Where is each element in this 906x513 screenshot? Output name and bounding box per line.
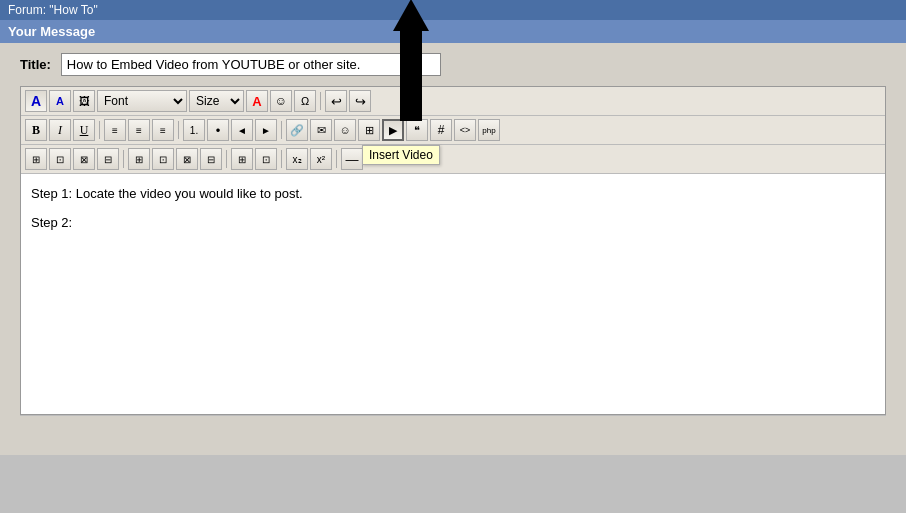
forum-bar: Forum: "How To": [0, 0, 906, 20]
align-center-btn[interactable]: ≡: [128, 119, 150, 141]
insert-face-btn[interactable]: ☺: [334, 119, 356, 141]
main-container: Title: A A 🖼 Font Arial Times New Roman …: [0, 43, 906, 455]
row3-btn4[interactable]: ⊟: [97, 148, 119, 170]
row3-btn6[interactable]: ⊡: [152, 148, 174, 170]
insert-table-btn[interactable]: ⊞: [358, 119, 380, 141]
bottom-bar: [20, 415, 886, 435]
insert-code-btn[interactable]: <>: [454, 119, 476, 141]
ordered-list-btn[interactable]: 1.: [183, 119, 205, 141]
format-a1-btn[interactable]: A: [25, 90, 47, 112]
insert-php-btn[interactable]: php: [478, 119, 500, 141]
sep3: [178, 121, 179, 139]
editor-container: A A 🖼 Font Arial Times New Roman Courier…: [20, 86, 886, 415]
redo-btn[interactable]: ↪: [349, 90, 371, 112]
sep4: [281, 121, 282, 139]
row3-btn8[interactable]: ⊟: [200, 148, 222, 170]
insert-quote-btn[interactable]: ❝: [406, 119, 428, 141]
row3-btn10[interactable]: ⊡: [255, 148, 277, 170]
indent-btn[interactable]: ►: [255, 119, 277, 141]
undo-btn[interactable]: ↩: [325, 90, 347, 112]
insert-hash-btn[interactable]: #: [430, 119, 452, 141]
row3-btn7[interactable]: ⊠: [176, 148, 198, 170]
toolbar-row2: B I U ≡ ≡ ≡ 1. • ◄ ► 🔗 ✉ ☺ ⊞ ▶ Insert Vi…: [21, 116, 885, 145]
subscript-btn[interactable]: x₂: [286, 148, 308, 170]
align-left-btn[interactable]: ≡: [104, 119, 126, 141]
unordered-list-btn[interactable]: •: [207, 119, 229, 141]
editor-line1: Step 1: Locate the video you would like …: [31, 184, 875, 205]
font-size-select[interactable]: Size 1234: [189, 90, 244, 112]
sep1: [320, 92, 321, 110]
font-color-btn[interactable]: A: [246, 90, 268, 112]
row3-btn1[interactable]: ⊞: [25, 148, 47, 170]
special-char-btn[interactable]: Ω: [294, 90, 316, 112]
editor-area[interactable]: Step 1: Locate the video you would like …: [21, 174, 885, 414]
sep7: [281, 150, 282, 168]
insert-link-btn[interactable]: 🔗: [286, 119, 308, 141]
font-family-select[interactable]: Font Arial Times New Roman Courier New: [97, 90, 187, 112]
editor-line2: Step 2:: [31, 213, 875, 234]
format-a2-btn[interactable]: A: [49, 90, 71, 112]
sep2: [99, 121, 100, 139]
hr-btn[interactable]: —: [341, 148, 363, 170]
row3-btn3[interactable]: ⊠: [73, 148, 95, 170]
superscript-btn[interactable]: x²: [310, 148, 332, 170]
sep5: [123, 150, 124, 168]
title-label: Title:: [20, 57, 51, 72]
underline-btn[interactable]: U: [73, 119, 95, 141]
insert-email-btn[interactable]: ✉: [310, 119, 332, 141]
bold-btn[interactable]: B: [25, 119, 47, 141]
sep6: [226, 150, 227, 168]
align-right-btn[interactable]: ≡: [152, 119, 174, 141]
title-input[interactable]: [61, 53, 441, 76]
smiley-btn[interactable]: ☺: [270, 90, 292, 112]
forum-breadcrumb: Forum: "How To": [8, 3, 98, 17]
outdent-btn[interactable]: ◄: [231, 119, 253, 141]
your-message-header: Your Message: [0, 20, 906, 43]
editor-wrapper: Step 1: Locate the video you would like …: [21, 174, 885, 414]
title-row: Title:: [20, 53, 886, 76]
row3-btn2[interactable]: ⊡: [49, 148, 71, 170]
sep8: [336, 150, 337, 168]
insert-video-tooltip-container: ▶ Insert Video: [382, 119, 404, 141]
row3-btn9[interactable]: ⊞: [231, 148, 253, 170]
toolbar-row3: ⊞ ⊡ ⊠ ⊟ ⊞ ⊡ ⊠ ⊟ ⊞ ⊡ x₂ x² —: [21, 145, 885, 174]
toolbar-row1: A A 🖼 Font Arial Times New Roman Courier…: [21, 87, 885, 116]
insert-video-btn[interactable]: ▶: [382, 119, 404, 141]
italic-btn[interactable]: I: [49, 119, 71, 141]
insert-image-btn[interactable]: 🖼: [73, 90, 95, 112]
row3-btn5[interactable]: ⊞: [128, 148, 150, 170]
